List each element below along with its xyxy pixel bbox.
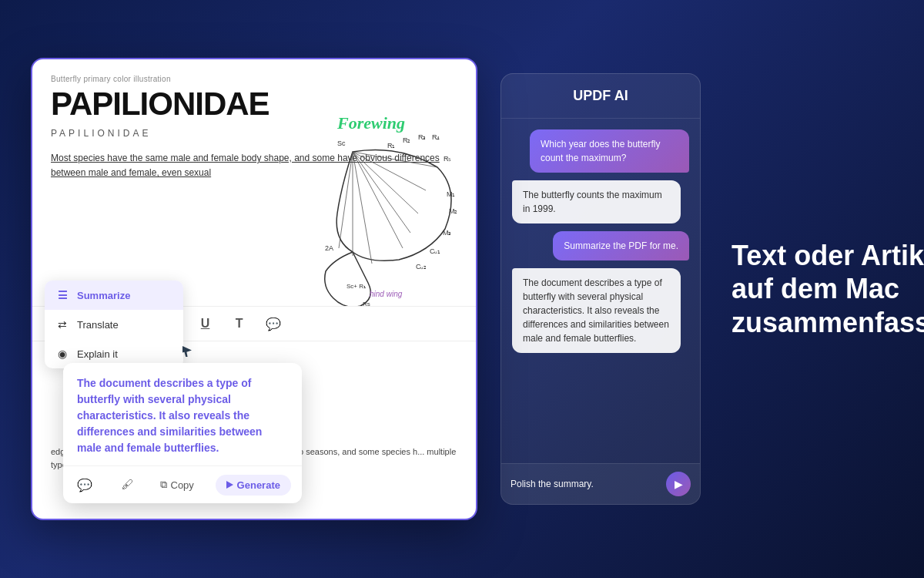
- ai-input-field[interactable]: [511, 479, 660, 489]
- svg-text:R₁: R₁: [387, 142, 396, 150]
- svg-text:Cᵤ₂: Cᵤ₂: [416, 263, 427, 271]
- copy-label: Copy: [171, 479, 194, 491]
- toolbar-underline-icon[interactable]: U: [195, 313, 216, 334]
- copy-icon: ⧉: [160, 479, 167, 491]
- ai-messages: Which year does the butterfly count the …: [501, 119, 700, 463]
- copy-button[interactable]: ⧉ Copy: [160, 479, 194, 491]
- summarize-icon: ☰: [55, 288, 69, 302]
- translate-icon: ⇄: [55, 318, 69, 331]
- svg-line-3: [353, 152, 410, 233]
- svg-text:Cᵤ₁: Cᵤ₁: [430, 247, 441, 255]
- svg-line-1: [353, 152, 426, 190]
- ai-header: UPDF AI: [501, 74, 700, 119]
- svg-text:Sc: Sc: [337, 139, 346, 147]
- explain-label: Explain it: [77, 348, 118, 360]
- popup-font-icon[interactable]: 🖋: [117, 474, 139, 496]
- popup-footer: 💬 🖋 ⧉ Copy Generate: [63, 465, 302, 503]
- send-button[interactable]: ▶: [666, 472, 691, 496]
- generate-button[interactable]: Generate: [216, 475, 291, 496]
- cursor-indicator: [182, 346, 192, 357]
- summarize-label: Summarize: [77, 290, 130, 301]
- popup-text: The document describes a type of butterf…: [77, 375, 288, 456]
- svg-text:Sc+ R₁: Sc+ R₁: [346, 283, 366, 290]
- toolbar-text-icon[interactable]: T: [229, 313, 250, 334]
- message-user-2: Summarize the PDF for me.: [553, 231, 689, 260]
- message-ai-2: The document describes a type of butterf…: [512, 268, 681, 353]
- svg-text:R₃: R₃: [418, 133, 427, 141]
- svg-text:R₅: R₅: [444, 155, 452, 163]
- svg-line-2: [353, 152, 418, 213]
- ai-panel: UPDF AI Which year does the butterfly co…: [500, 73, 701, 505]
- svg-text:M₁: M₁: [447, 190, 456, 198]
- svg-line-0: [353, 152, 437, 167]
- svg-line-5: [353, 152, 372, 264]
- svg-text:hind wing: hind wing: [370, 290, 403, 298]
- message-user-1: Which year does the butterfly count the …: [530, 129, 689, 173]
- popup-content: The document describes a type of butterf…: [63, 363, 302, 465]
- svg-text:R₄: R₄: [432, 133, 440, 141]
- play-icon: [226, 481, 233, 489]
- svg-line-7: [339, 152, 353, 248]
- dropdown-item-translate[interactable]: ⇄ Translate: [45, 310, 183, 339]
- popup-chat-icon[interactable]: 💬: [74, 474, 95, 496]
- toolbar-comment-icon[interactable]: 💬: [263, 313, 284, 334]
- svg-line-4: [353, 152, 403, 248]
- dropdown-item-summarize[interactable]: ☰ Summarize: [45, 281, 183, 310]
- svg-text:M₃: M₃: [443, 229, 452, 237]
- message-ai-1: The butterfly counts the maximum in 1999…: [512, 180, 681, 223]
- ai-title: UPDF AI: [515, 88, 686, 104]
- dropdown-menu: ☰ Summarize ⇄ Translate ◉ Explain it: [45, 281, 183, 368]
- svg-text:M₂: M₂: [449, 207, 458, 215]
- wing-svg: R₂ R₃ R₄ R₅ R₁ M₁ M₂ M₃ Cᵤ₁ Cᵤ₂ Sc 2A hi…: [291, 129, 460, 314]
- pdf-panel: Forewing R₂ R₃ R₄ R₅ R₁: [31, 58, 477, 520]
- translate-label: Translate: [77, 319, 119, 331]
- pdf-subtitle: Butterfly primary color illustration: [51, 75, 457, 83]
- right-heading: Text oder Artikel auf dem Mac zusammenfa…: [732, 239, 924, 339]
- svg-text:R₂: R₂: [403, 136, 411, 144]
- send-arrow-icon: ▶: [675, 478, 683, 490]
- svg-text:2A: 2A: [325, 244, 333, 252]
- main-container: Forewing R₂ R₃ R₄ R₅ R₁: [0, 0, 924, 578]
- ai-input-area: ▶: [501, 463, 700, 504]
- generate-label: Generate: [237, 479, 280, 491]
- explain-icon: ◉: [55, 347, 69, 361]
- right-text-area: Text oder Artikel auf dem Mac zusammenfa…: [724, 239, 924, 339]
- popup-box: The document describes a type of butterf…: [63, 363, 302, 503]
- wing-area: Forewing R₂ R₃ R₄ R₅ R₁: [291, 106, 460, 321]
